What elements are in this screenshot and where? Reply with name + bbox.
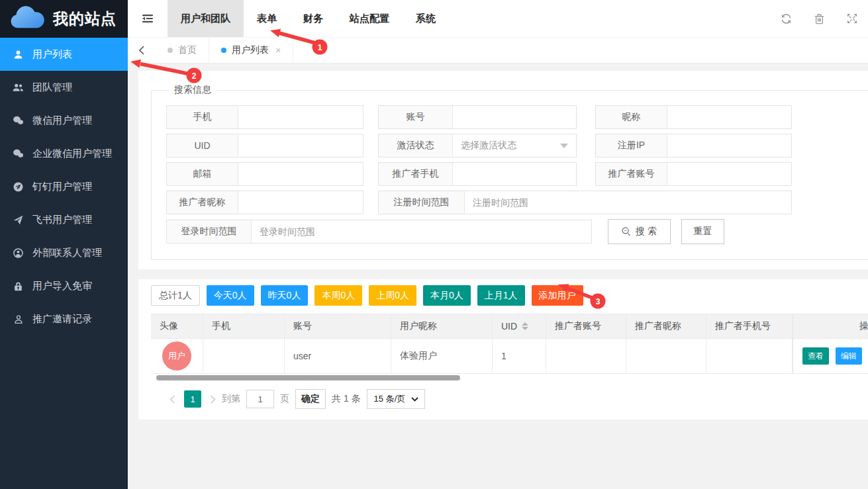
search-fieldset: 搜索信息 手机 账号 昵称 bbox=[151, 84, 868, 260]
cell-promoter-nickname bbox=[626, 339, 706, 374]
brand-logo[interactable]: 我的站点 bbox=[0, 0, 128, 38]
reg-ip-input[interactable] bbox=[667, 134, 791, 157]
col-actions: 操作 bbox=[793, 314, 868, 339]
select-value: 选择激活状态 bbox=[461, 140, 516, 152]
sidebar-item-label: 飞书用户管理 bbox=[32, 214, 92, 226]
nav-tab-system[interactable]: 系统 bbox=[403, 0, 449, 37]
field-label: 登录时间范围 bbox=[167, 220, 252, 243]
nav-tab-label: 站点配置 bbox=[350, 13, 389, 25]
reg-ip-field: 注册IP bbox=[595, 134, 792, 157]
stat-today-button[interactable]: 今天0人 bbox=[207, 285, 254, 306]
horizontal-scrollbar[interactable] bbox=[156, 375, 460, 380]
nav-tab-forms[interactable]: 表单 bbox=[244, 0, 290, 37]
tabs-scroll-left-icon[interactable] bbox=[128, 38, 156, 63]
tab-label: 首页 bbox=[178, 44, 197, 56]
next-page-icon[interactable] bbox=[210, 395, 216, 404]
email-input[interactable] bbox=[238, 163, 363, 185]
edit-button[interactable]: 编辑 bbox=[836, 347, 862, 365]
page-size-select[interactable]: 15 条/页 bbox=[367, 389, 426, 409]
collapse-menu-icon[interactable] bbox=[128, 0, 168, 37]
search-button[interactable]: 搜 索 bbox=[608, 219, 671, 244]
sidebar-item-external-contacts[interactable]: 外部联系人管理 bbox=[0, 236, 128, 269]
tab-close-icon[interactable]: × bbox=[275, 45, 281, 56]
promoter-nickname-field: 推广者昵称 bbox=[166, 191, 363, 214]
reg-time-range-input[interactable] bbox=[465, 191, 791, 214]
sidebar-item-label: 用户导入免审 bbox=[32, 280, 92, 292]
user-icon bbox=[13, 49, 24, 60]
sidebar-item-dingtalk-users[interactable]: 钉钉用户管理 bbox=[0, 170, 128, 203]
stat-last-week-button[interactable]: 上周0人 bbox=[369, 285, 416, 306]
search-button-label: 搜 索 bbox=[636, 226, 657, 238]
view-button[interactable]: 查看 bbox=[802, 347, 829, 365]
sidebar: 我的站点 用户列表 团队管理 微信用户管理 企业微信用户管理 钉钉用户管理 bbox=[0, 0, 128, 489]
promoter-phone-input[interactable] bbox=[453, 163, 576, 185]
stat-yesterday-button[interactable]: 昨天0人 bbox=[261, 285, 309, 306]
login-time-range-field: 登录时间范围 bbox=[166, 220, 592, 244]
trash-icon[interactable] bbox=[814, 13, 824, 24]
promoter-account-input[interactable] bbox=[667, 163, 791, 185]
tab-dot bbox=[168, 48, 173, 53]
tab-user-list[interactable]: 用户列表 × bbox=[209, 38, 293, 63]
sidebar-item-user-list[interactable]: 用户列表 bbox=[0, 38, 128, 71]
lock-user-icon bbox=[13, 281, 24, 292]
login-time-range-input[interactable] bbox=[252, 220, 591, 243]
sidebar-item-wechat-users[interactable]: 微信用户管理 bbox=[0, 104, 128, 137]
field-label: 激活状态 bbox=[379, 134, 453, 157]
sort-icon[interactable] bbox=[522, 322, 528, 330]
field-label: 注册时间范围 bbox=[379, 191, 465, 214]
sidebar-item-feishu-users[interactable]: 飞书用户管理 bbox=[0, 203, 128, 236]
chevron-down-icon bbox=[411, 397, 418, 402]
page-size-value: 15 条/页 bbox=[374, 393, 406, 405]
sidebar-item-user-import[interactable]: 用户导入免审 bbox=[0, 269, 128, 302]
cell-phone bbox=[203, 339, 285, 374]
prev-page-icon[interactable] bbox=[169, 395, 175, 404]
sidebar-item-team[interactable]: 团队管理 bbox=[0, 71, 128, 104]
stat-total-button[interactable]: 总计1人 bbox=[151, 285, 200, 306]
field-label: 推广者手机 bbox=[379, 163, 453, 185]
nav-tab-users-teams[interactable]: 用户和团队 bbox=[168, 0, 244, 37]
stat-this-week-button[interactable]: 本周0人 bbox=[314, 285, 362, 306]
user-table: 头像 手机 账号 用户昵称 UID 推广者账号 推广者昵称 推广者手机号 操作 bbox=[151, 314, 868, 374]
sidebar-item-invite-records[interactable]: 推广邀请记录 bbox=[0, 302, 128, 335]
table-header-row: 头像 手机 账号 用户昵称 UID 推广者账号 推广者昵称 推广者手机号 操作 bbox=[151, 314, 868, 339]
search-panel: 搜索信息 手机 账号 昵称 bbox=[138, 71, 868, 269]
field-label: 手机 bbox=[167, 106, 238, 128]
cell-actions: 查看 编辑 bbox=[793, 339, 868, 374]
tab-dot bbox=[221, 48, 226, 53]
confirm-button[interactable]: 确定 bbox=[295, 389, 326, 409]
nickname-input[interactable] bbox=[667, 106, 791, 128]
col-uid[interactable]: UID bbox=[493, 314, 546, 339]
topbar-actions bbox=[781, 0, 857, 37]
add-user-button[interactable]: 添加用户 bbox=[532, 285, 583, 306]
sidebar-item-label: 企业微信用户管理 bbox=[32, 148, 112, 160]
sidebar-item-label: 微信用户管理 bbox=[32, 114, 92, 127]
promoter-nickname-input[interactable] bbox=[238, 191, 363, 214]
main-area: 用户和团队 表单 财务 站点配置 系统 bbox=[128, 0, 868, 489]
page-unit-label: 页 bbox=[280, 393, 289, 405]
cell-avatar: 用户 bbox=[151, 339, 203, 374]
site-title: 我的站点 bbox=[53, 9, 117, 29]
account-field: 账号 bbox=[378, 105, 577, 129]
refresh-icon[interactable] bbox=[781, 13, 792, 24]
sidebar-item-wework-users[interactable]: 企业微信用户管理 bbox=[0, 137, 128, 170]
pagination: 1 到第 页 确定 共 1 条 15 条/页 bbox=[169, 389, 868, 409]
stat-this-month-button[interactable]: 本月0人 bbox=[423, 285, 471, 306]
stats-row: 总计1人 今天0人 昨天0人 本周0人 上周0人 本月0人 上月1人 添加用户 bbox=[151, 285, 868, 306]
active-status-select[interactable]: 选择激活状态 bbox=[453, 134, 576, 157]
field-label: 注册IP bbox=[596, 134, 667, 157]
search-legend: 搜索信息 bbox=[169, 84, 217, 96]
nav-tab-label: 表单 bbox=[257, 13, 277, 25]
nav-tab-finance[interactable]: 财务 bbox=[290, 0, 336, 37]
current-page-button[interactable]: 1 bbox=[184, 390, 201, 408]
uid-input[interactable] bbox=[238, 134, 363, 157]
fullscreen-icon[interactable] bbox=[847, 13, 857, 24]
sidebar-item-label: 用户列表 bbox=[32, 48, 72, 61]
account-input[interactable] bbox=[453, 106, 576, 128]
phone-input[interactable] bbox=[238, 106, 363, 128]
reset-button[interactable]: 重置 bbox=[681, 219, 724, 244]
tab-home[interactable]: 首页 bbox=[156, 38, 209, 63]
stat-last-month-button[interactable]: 上月1人 bbox=[477, 285, 525, 306]
team-icon bbox=[13, 82, 24, 93]
nav-tab-site-config[interactable]: 站点配置 bbox=[336, 0, 403, 37]
goto-page-input[interactable] bbox=[246, 390, 274, 408]
